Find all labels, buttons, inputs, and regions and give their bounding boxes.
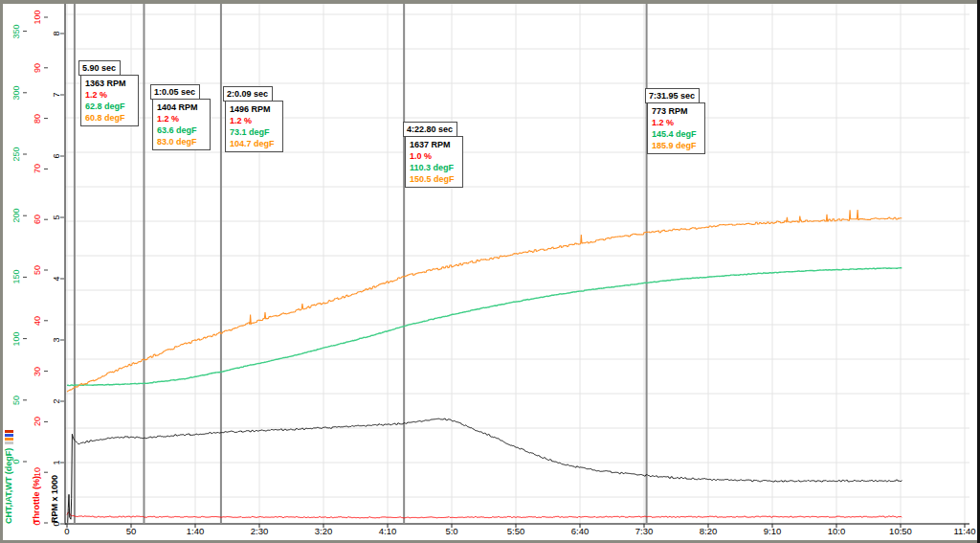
legend-swatch <box>5 438 13 441</box>
annotation-values: 1496 RPM1.2 %73.1 degF104.7 degF <box>225 101 283 152</box>
annotation-time: 2:0.09 sec <box>223 86 273 102</box>
cht-curve <box>67 268 902 386</box>
rpm-curve <box>67 419 902 523</box>
annotation-rpm: 773 RPM <box>652 105 700 117</box>
throttle-tick-label: 20 <box>33 417 42 426</box>
rpm-tick-label: 8 <box>53 31 61 35</box>
annotation-rpm: 1496 RPM <box>230 103 278 115</box>
datalogger-window: 0501001502002503003500102030405060708090… <box>0 0 980 543</box>
rpm-tick-label: 1 <box>53 460 61 464</box>
x-tick-label: 5:50 <box>507 526 525 536</box>
annotation-box[interactable]: 7:31.95 sec773 RPM1.2 %145.4 degF185.9 d… <box>645 88 705 154</box>
annotation-rpm: 1404 RPM <box>157 102 205 113</box>
annotation-box[interactable]: 4:22.80 sec1637 RPM1.0 %110.3 degF150.5 … <box>403 122 463 188</box>
x-tick-label: 7:30 <box>635 526 654 536</box>
annotation-time: 1:0.05 sec <box>150 84 200 100</box>
throttle-tick-label: 40 <box>33 316 42 326</box>
annotation-throttle: 1.2 % <box>85 89 133 101</box>
x-tick-label: 6:40 <box>571 526 590 536</box>
annotation-box[interactable]: 2:0.09 sec1496 RPM1.2 %73.1 degF104.7 de… <box>223 86 283 152</box>
throttle-tick-label: 80 <box>33 114 42 124</box>
throttle-tick-label: 90 <box>33 63 42 73</box>
annotation-temp-green: 145.4 degF <box>652 128 700 140</box>
temp-tick-label: 250 <box>12 147 21 161</box>
window-frame-top <box>0 0 980 4</box>
x-tick-label: 11:40 <box>953 526 975 536</box>
temp-tick-label: 200 <box>12 209 21 223</box>
annotation-temp-orange: 150.5 degF <box>410 173 457 185</box>
annotation-throttle: 1.0 % <box>410 150 457 162</box>
legend-swatch <box>5 441 13 444</box>
throttle-axis-title: Throttle (%) <box>32 476 41 524</box>
annotation-time: 7:31.95 sec <box>645 88 700 103</box>
annotation-time: 4:22.80 sec <box>403 122 457 137</box>
x-tick-label: 10:0 <box>828 526 846 536</box>
rpm-tick-label: 3 <box>53 337 61 342</box>
temp-tick-label: 150 <box>12 270 21 284</box>
annotation-rpm: 1363 RPM <box>85 78 133 89</box>
series-legend-swatches <box>5 430 13 444</box>
x-tick-label: 3:20 <box>315 526 333 536</box>
rpm-tick-label: 7 <box>53 92 61 97</box>
rpm-axis-title-label: RPM x 1000 <box>50 475 59 523</box>
x-tick-label: 4:10 <box>379 526 397 536</box>
annotation-temp-green: 110.3 degF <box>410 162 457 173</box>
x-tick-label: 10:50 <box>889 526 912 536</box>
x-tick-label: 8:20 <box>700 526 718 536</box>
rpm-tick-label: 6 <box>53 153 61 158</box>
annotation-throttle: 1.2 % <box>652 117 700 128</box>
throttle-tick-label: 60 <box>33 215 42 224</box>
throttle-tick-label: 100 <box>33 10 42 24</box>
throttle-axis-title-label: Throttle (%) <box>32 476 41 524</box>
temp-tick-label: 300 <box>12 85 21 100</box>
annotation-temp-orange: 104.7 degF <box>230 138 278 149</box>
wt-curve <box>67 210 902 392</box>
temp-axis-title: CHT,IAT,WT (degF) <box>4 430 13 524</box>
annotation-throttle: 1.2 % <box>230 115 278 126</box>
annotation-box[interactable]: 5.90 sec1363 RPM1.2 %62.8 degF60.8 degF <box>78 60 139 126</box>
legend-swatch <box>5 434 13 437</box>
annotation-temp-green: 62.8 degF <box>85 101 133 112</box>
rpm-tick-label: 4 <box>53 276 61 281</box>
window-frame-left <box>0 0 3 543</box>
throttle-tick-label: 50 <box>33 265 42 275</box>
temp-tick-label: 100 <box>12 331 21 346</box>
annotation-temp-orange: 60.8 degF <box>85 112 133 124</box>
annotation-temp-orange: 185.9 degF <box>652 140 700 151</box>
x-tick-label: 0 <box>64 526 69 536</box>
temp-tick-label: 350 <box>12 24 21 38</box>
temp-tick-label: 50 <box>12 396 21 405</box>
throttle-curve <box>67 512 902 518</box>
x-tick-label: 2:30 <box>251 526 269 536</box>
rpm-tick-label: 5 <box>53 215 61 219</box>
x-tick-label: 1:40 <box>187 526 205 536</box>
annotation-values: 1363 RPM1.2 %62.8 degF60.8 degF <box>80 75 139 126</box>
x-tick-label: 9:10 <box>764 526 782 536</box>
legend-swatch <box>5 430 13 433</box>
annotation-time: 5.90 sec <box>78 60 121 76</box>
annotation-box[interactable]: 1:0.05 sec1404 RPM1.2 %63.6 degF83.0 deg… <box>150 84 211 150</box>
throttle-tick-label: 30 <box>33 367 42 376</box>
annotation-temp-green: 63.6 degF <box>157 124 205 136</box>
rpm-tick-label: 2 <box>53 398 61 403</box>
annotation-rpm: 1637 RPM <box>410 139 457 150</box>
annotation-values: 1404 RPM1.2 %63.6 degF83.0 degF <box>152 99 211 150</box>
x-tick-label: 5:0 <box>445 526 457 536</box>
annotation-temp-green: 73.1 degF <box>230 126 278 138</box>
rpm-axis-title: RPM x 1000 <box>50 475 59 523</box>
annotation-values: 773 RPM1.2 %145.4 degF185.9 degF <box>647 102 705 154</box>
x-tick-label: 50 <box>126 526 137 536</box>
temp-axis-title-label: CHT,IAT,WT (degF) <box>4 448 13 524</box>
annotation-values: 1637 RPM1.0 %110.3 degF150.5 degF <box>405 136 463 188</box>
annotation-throttle: 1.2 % <box>157 113 205 124</box>
annotation-temp-orange: 83.0 degF <box>157 136 205 147</box>
chart-canvas <box>0 0 980 543</box>
throttle-tick-label: 70 <box>33 164 42 173</box>
